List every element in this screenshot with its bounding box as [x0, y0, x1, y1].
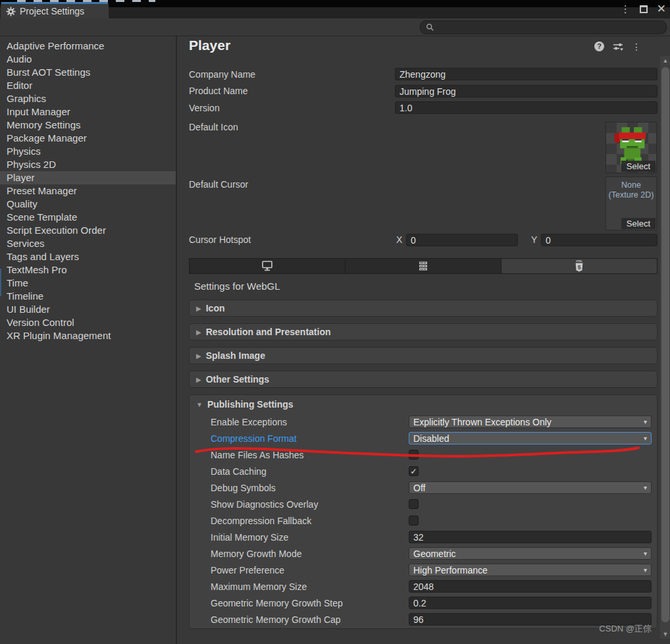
field-control: Disabled▾: [409, 432, 652, 444]
default-cursor-field[interactable]: None (Texture 2D) Select: [606, 176, 657, 230]
publishing-row-decompression-fallback: Decompression Fallback: [190, 512, 657, 529]
sidebar-item-audio[interactable]: Audio: [0, 53, 176, 66]
sidebar-item-textmesh-pro[interactable]: TextMesh Pro: [0, 263, 176, 277]
checkbox-data-caching[interactable]: ✓: [409, 466, 419, 476]
publishing-row-geometric-memory-growth-cap: Geometric Memory Growth Cap: [190, 611, 657, 628]
sidebar-item-ui-builder[interactable]: UI Builder: [0, 303, 176, 316]
field-label-power-preference: Power Preference: [211, 565, 409, 576]
sidebar-item-burst-aot-settings[interactable]: Burst AOT Settings: [0, 66, 176, 79]
dropdown-value: Disabled: [413, 433, 644, 444]
chevron-down-icon: ▾: [644, 566, 647, 574]
help-icon[interactable]: ?: [594, 41, 604, 51]
dropdown-value: High Performance: [413, 565, 644, 576]
dropdown-value: Explicitly Thrown Exceptions Only: [413, 417, 644, 427]
input-initial-memory-size[interactable]: [409, 532, 651, 543]
text-field-product-name: [395, 85, 657, 97]
sidebar-item-scene-template[interactable]: Scene Template: [0, 211, 176, 224]
vertical-scrollbar[interactable]: ▲ ▼: [660, 56, 670, 639]
icon-select-button[interactable]: Select: [621, 161, 656, 172]
scrollbar-thumb[interactable]: [661, 67, 669, 622]
dropdown-debug-symbols[interactable]: Off▾: [409, 481, 652, 494]
section-other-settings[interactable]: ▶Other Settings: [189, 371, 657, 388]
section-label: Resolution and Presentation: [206, 327, 331, 337]
publishing-row-enable-exceptions: Enable ExceptionsExplicitly Thrown Excep…: [190, 414, 657, 430]
section-splash-image[interactable]: ▶Splash Image: [189, 347, 657, 364]
text-field-maximum-memory-size: [409, 580, 652, 593]
section-resolution-and-presentation[interactable]: ▶Resolution and Presentation: [189, 323, 657, 340]
dropdown-enable-exceptions[interactable]: Explicitly Thrown Exceptions Only▾: [409, 416, 652, 428]
field-control: [409, 516, 652, 525]
tab-standalone[interactable]: [190, 259, 346, 273]
checkbox-show-diagnostics-overlay[interactable]: [409, 499, 419, 509]
input-company-name[interactable]: [396, 69, 657, 80]
panel-menu-icon[interactable]: ⋮: [632, 42, 641, 51]
search-box[interactable]: [420, 20, 667, 34]
sidebar-item-package-manager[interactable]: Package Manager: [0, 132, 176, 145]
sidebar-item-adaptive-performance[interactable]: Adaptive Performance: [0, 40, 176, 53]
window-tab[interactable]: Project Settings: [1, 4, 109, 18]
sidebar-item-physics[interactable]: Physics: [0, 145, 176, 158]
field-row-product-name: Product Name: [189, 83, 657, 100]
sidebar-item-input-manager[interactable]: Input Manager: [0, 105, 176, 119]
dropdown-compression-format[interactable]: Disabled▾: [409, 432, 652, 444]
sidebar-item-graphics[interactable]: Graphics: [0, 92, 176, 105]
sidebar-item-version-control[interactable]: Version Control: [0, 316, 176, 329]
field-control: [409, 580, 652, 593]
foldout-closed-icon: ▶: [196, 376, 201, 383]
field-control: [409, 597, 652, 609]
scroll-down-icon[interactable]: ▼: [660, 631, 670, 637]
sidebar-item-player[interactable]: Player: [0, 171, 176, 184]
input-maximum-memory-size[interactable]: [409, 581, 651, 593]
sidebar-item-tags-and-layers[interactable]: Tags and Layers: [0, 250, 176, 263]
sidebar-item-timeline[interactable]: Timeline: [0, 290, 176, 303]
sidebar-item-physics-2d[interactable]: Physics 2D: [0, 158, 176, 171]
search-input[interactable]: [438, 22, 661, 32]
checkbox-name-files-as-hashes[interactable]: [409, 450, 419, 460]
hotspot-y-input[interactable]: [542, 235, 657, 246]
input-geometric-memory-growth-step[interactable]: [409, 598, 651, 609]
field-control: [409, 450, 652, 460]
sidebar-item-xr-plugin-management[interactable]: XR Plugin Management: [0, 329, 176, 342]
sidebar-item-memory-settings[interactable]: Memory Settings: [0, 119, 176, 132]
dropdown-memory-growth-mode[interactable]: Geometric▾: [409, 547, 652, 560]
input-product-name[interactable]: [396, 86, 657, 97]
cursor-select-button[interactable]: Select: [621, 218, 656, 229]
close-icon[interactable]: ✕: [657, 3, 666, 16]
default-icon-label: Default Icon: [189, 122, 238, 132]
field-label-show-diagnostics-overlay: Show Diagnostics Overlay: [211, 499, 409, 510]
preset-icon[interactable]: [613, 42, 623, 51]
foldout-closed-icon: ▶: [196, 329, 201, 336]
publishing-row-show-diagnostics-overlay: Show Diagnostics Overlay: [190, 496, 657, 512]
text-field-initial-memory-size: [409, 531, 652, 543]
checkbox-decompression-fallback[interactable]: [409, 516, 419, 525]
sidebar-item-time[interactable]: Time: [0, 277, 176, 290]
section-icon[interactable]: ▶Icon: [189, 300, 657, 317]
maximize-icon[interactable]: [640, 5, 648, 13]
window-menu-icon[interactable]: ⋮: [621, 3, 631, 16]
tab-webgl[interactable]: HTML 5: [502, 259, 657, 273]
field-label-enable-exceptions: Enable Exceptions: [211, 417, 409, 427]
input-version[interactable]: [396, 103, 657, 114]
sidebar-item-services[interactable]: Services: [0, 237, 176, 250]
sidebar-item-script-execution-order[interactable]: Script Execution Order: [0, 224, 176, 237]
publishing-row-name-files-as-hashes: Name Files As Hashes: [190, 446, 657, 463]
sidebar-list: Adaptive PerformanceAudioBurst AOT Setti…: [0, 40, 176, 342]
publishing-settings-header[interactable]: ▼ Publishing Settings: [190, 395, 657, 414]
field-label-memory-growth-mode: Memory Growth Mode: [211, 549, 409, 559]
sidebar-item-quality[interactable]: Quality: [0, 198, 176, 211]
dropdown-power-preference[interactable]: High Performance▾: [409, 564, 652, 576]
scroll-up-icon[interactable]: ▲: [660, 57, 670, 64]
sidebar-item-preset-manager[interactable]: Preset Manager: [0, 184, 176, 198]
server-icon: [417, 260, 429, 272]
field-label-name-files-as-hashes: Name Files As Hashes: [211, 450, 409, 460]
sidebar-item-editor[interactable]: Editor: [0, 79, 176, 92]
player-settings-panel: Player ? ⋮ Company NameProduct NameVersi…: [176, 36, 670, 644]
hotspot-x-input[interactable]: [407, 235, 517, 246]
tab-dedicated-server[interactable]: [346, 259, 502, 273]
watermark: CSDN @正倧: [599, 623, 652, 635]
gear-icon: [6, 7, 16, 16]
default-icon-thumbnail[interactable]: Select: [606, 122, 657, 173]
cursor-hotspot-label: Cursor Hotspot: [189, 234, 251, 245]
field-row-company-name: Company Name: [189, 66, 657, 83]
field-label-maximum-memory-size: Maximum Memory Size: [211, 581, 409, 592]
